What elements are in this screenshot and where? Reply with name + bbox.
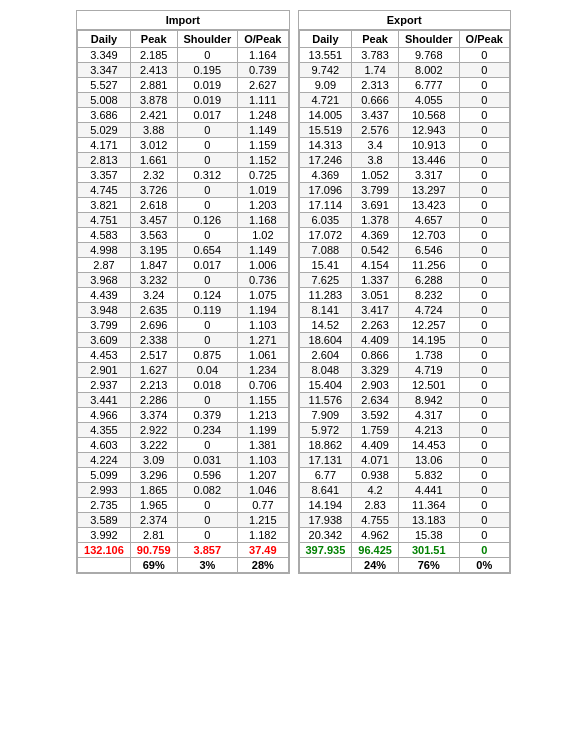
- table-row: 2.6040.8661.7380: [299, 348, 509, 363]
- table-row: 9.092.3136.7770: [299, 78, 509, 93]
- table-row: 6.0351.3784.6570: [299, 213, 509, 228]
- table-row: 2.9011.6270.041.234: [78, 363, 288, 378]
- table-row: 11.5762.6348.9420: [299, 393, 509, 408]
- table-row: 11.2833.0518.2320: [299, 288, 509, 303]
- table-row: 15.414.15411.2560: [299, 258, 509, 273]
- import-col-daily: Daily: [78, 31, 131, 48]
- table-row: 8.0483.3294.7190: [299, 363, 509, 378]
- table-row: 7.0880.5426.5460: [299, 243, 509, 258]
- table-row: 2.9372.2130.0180.706: [78, 378, 288, 393]
- export-col-peak: Peak: [352, 31, 399, 48]
- table-row: 8.1413.4174.7240: [299, 303, 509, 318]
- table-row: 6.770.9385.8320: [299, 468, 509, 483]
- table-row: 5.0993.2960.5961.207: [78, 468, 288, 483]
- table-row: 4.9983.1950.6541.149: [78, 243, 288, 258]
- export-pct-row: 24%76%0%: [299, 558, 509, 573]
- import-col-opeak: O/Peak: [238, 31, 288, 48]
- table-row: 3.5892.37401.215: [78, 513, 288, 528]
- export-header: Export: [299, 11, 510, 30]
- import-header: Import: [77, 11, 288, 30]
- export-header-row: Daily Peak Shoulder O/Peak: [299, 31, 509, 48]
- export-table: Daily Peak Shoulder O/Peak 13.5513.7839.…: [299, 30, 510, 573]
- table-row: 3.3492.18501.164: [78, 48, 288, 63]
- table-row: 5.5272.8810.0192.627: [78, 78, 288, 93]
- table-row: 18.6044.40914.1950: [299, 333, 509, 348]
- table-row: 17.2463.813.4460: [299, 153, 509, 168]
- import-pct-row: 69%3%28%: [78, 558, 288, 573]
- table-row: 13.5513.7839.7680: [299, 48, 509, 63]
- table-row: 4.3691.0523.3170: [299, 168, 509, 183]
- table-row: 17.0963.79913.2970: [299, 183, 509, 198]
- table-row: 3.7992.69601.103: [78, 318, 288, 333]
- table-row: 4.7453.72601.019: [78, 183, 288, 198]
- table-row: 5.0293.8801.149: [78, 123, 288, 138]
- import-col-shoulder: Shoulder: [177, 31, 238, 48]
- export-col-daily: Daily: [299, 31, 352, 48]
- table-row: 3.3572.320.3120.725: [78, 168, 288, 183]
- import-table: Daily Peak Shoulder O/Peak 3.3492.18501.…: [77, 30, 288, 573]
- import-col-peak: Peak: [130, 31, 177, 48]
- import-total-row: 132.10690.7593.85737.49: [78, 543, 288, 558]
- table-row: 9.7421.748.0020: [299, 63, 509, 78]
- table-row: 17.0724.36912.7030: [299, 228, 509, 243]
- table-row: 3.6862.4210.0171.248: [78, 108, 288, 123]
- table-row: 4.4532.5170.8751.061: [78, 348, 288, 363]
- table-row: 3.9482.6350.1191.194: [78, 303, 288, 318]
- table-row: 4.9663.3740.3791.213: [78, 408, 288, 423]
- export-col-opeak: O/Peak: [459, 31, 509, 48]
- table-row: 8.6414.24.4410: [299, 483, 509, 498]
- table-row: 4.2243.090.0311.103: [78, 453, 288, 468]
- table-row: 14.3133.410.9130: [299, 138, 509, 153]
- table-row: 3.4412.28601.155: [78, 393, 288, 408]
- table-row: 3.6092.33801.271: [78, 333, 288, 348]
- table-row: 3.9683.23200.736: [78, 273, 288, 288]
- table-row: 14.0053.43710.5680: [299, 108, 509, 123]
- table-row: 3.3472.4130.1950.739: [78, 63, 288, 78]
- table-row: 17.1143.69113.4230: [299, 198, 509, 213]
- table-row: 4.5833.56301.02: [78, 228, 288, 243]
- export-section: Export Daily Peak Shoulder O/Peak 13.551…: [298, 10, 511, 574]
- table-row: 14.1942.8311.3640: [299, 498, 509, 513]
- table-row: 4.3552.9220.2341.199: [78, 423, 288, 438]
- table-row: 4.6033.22201.381: [78, 438, 288, 453]
- table-row: 14.522.26312.2570: [299, 318, 509, 333]
- table-row: 17.1314.07113.060: [299, 453, 509, 468]
- table-row: 2.8131.66101.152: [78, 153, 288, 168]
- table-row: 3.9922.8101.182: [78, 528, 288, 543]
- table-row: 4.7210.6664.0550: [299, 93, 509, 108]
- export-col-shoulder: Shoulder: [398, 31, 459, 48]
- table-row: 15.4042.90312.5010: [299, 378, 509, 393]
- main-container: Import Daily Peak Shoulder O/Peak 3.3492…: [76, 10, 511, 574]
- table-row: 15.5192.57612.9430: [299, 123, 509, 138]
- table-row: 4.1713.01201.159: [78, 138, 288, 153]
- table-row: 17.9384.75513.1830: [299, 513, 509, 528]
- table-row: 4.4393.240.1241.075: [78, 288, 288, 303]
- table-row: 5.0083.8780.0191.111: [78, 93, 288, 108]
- table-row: 7.9093.5924.3170: [299, 408, 509, 423]
- table-row: 7.6251.3376.2880: [299, 273, 509, 288]
- table-row: 2.9931.8650.0821.046: [78, 483, 288, 498]
- export-total-row: 397.93596.425301.510: [299, 543, 509, 558]
- table-row: 3.8212.61801.203: [78, 198, 288, 213]
- table-row: 5.9721.7594.2130: [299, 423, 509, 438]
- import-header-row: Daily Peak Shoulder O/Peak: [78, 31, 288, 48]
- import-section: Import Daily Peak Shoulder O/Peak 3.3492…: [76, 10, 289, 574]
- table-row: 2.871.8470.0171.006: [78, 258, 288, 273]
- table-row: 2.7351.96500.77: [78, 498, 288, 513]
- table-row: 18.8624.40914.4530: [299, 438, 509, 453]
- table-row: 20.3424.96215.380: [299, 528, 509, 543]
- table-row: 4.7513.4570.1261.168: [78, 213, 288, 228]
